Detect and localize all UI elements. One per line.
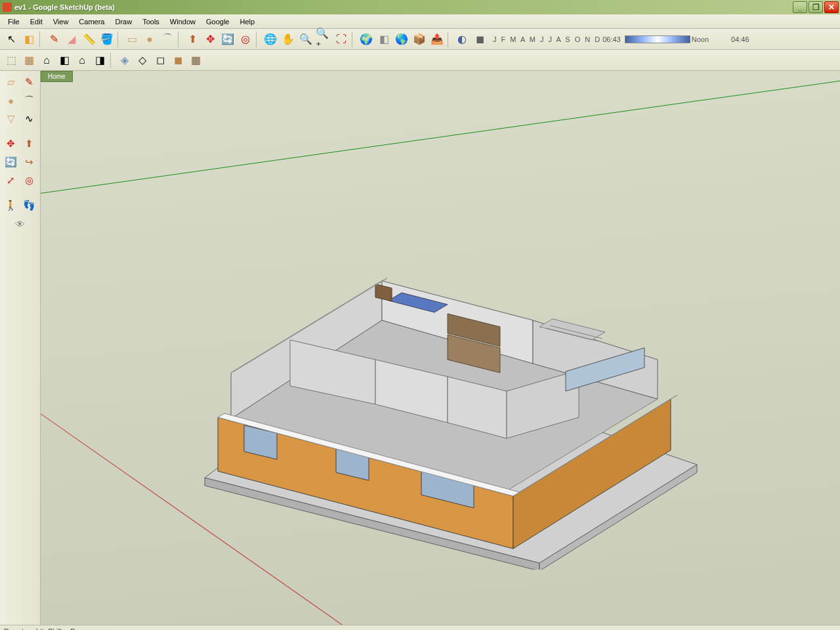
toggle-terrain-icon[interactable]: ◧	[375, 31, 392, 48]
tape-measure-icon[interactable]: 📏	[81, 31, 98, 48]
rectangle-tool-icon[interactable]: ▭	[123, 31, 140, 48]
green-axis	[41, 74, 840, 203]
pushpull-side-icon[interactable]: ⬆	[21, 135, 38, 152]
menu-edit[interactable]: Edit	[25, 16, 48, 27]
pan-tool-icon[interactable]: ✋	[280, 31, 297, 48]
menu-bar: File Edit View Camera Draw Tools Window …	[0, 14, 840, 29]
scale-side-icon[interactable]: ⤢	[3, 172, 20, 189]
share-model-icon[interactable]: 📤	[429, 31, 446, 48]
look-around-side-icon[interactable]: 👁	[12, 215, 29, 232]
noon-label: Noon	[692, 35, 709, 43]
shadow-settings-icon[interactable]: ◼	[471, 31, 488, 48]
titlebar: ev1 - Google SketchUp (beta) _ ❐ ✕	[0, 0, 840, 14]
orbit-tool-icon[interactable]: 🌐	[262, 31, 279, 48]
toolbar-row-2: ⬚ ▦ ⌂ ◧ ⌂ ◨ ◈ ◇ ◻ ◼ ▦	[0, 50, 840, 71]
menu-camera[interactable]: Camera	[74, 16, 110, 27]
freehand-side-icon[interactable]: ∿	[21, 110, 38, 127]
paint-bucket-icon[interactable]: 🪣	[98, 31, 116, 48]
move-side-icon[interactable]: ✥	[3, 135, 20, 152]
footprints-side-icon[interactable]: 👣	[21, 197, 38, 214]
circle-side-icon[interactable]: ●	[3, 92, 20, 109]
menu-help[interactable]: Help	[234, 16, 260, 27]
rectangle-side-icon[interactable]: ▱	[3, 74, 20, 91]
place-model-icon[interactable]: 🌎	[393, 31, 410, 48]
eraser-tool-icon[interactable]: ◢	[63, 31, 80, 48]
menu-file[interactable]: File	[3, 16, 25, 27]
shadow-gauge: J F M A M J J A S O N D 06:43 Noon 04:46	[493, 35, 749, 43]
app-icon	[3, 3, 12, 12]
followme-side-icon[interactable]: ↪	[21, 154, 38, 171]
rotate-side-icon[interactable]: 🔄	[3, 154, 20, 171]
offset-tool-icon[interactable]: ◎	[237, 31, 254, 48]
minimize-button[interactable]: _	[793, 1, 807, 13]
shaded-textures-style-icon[interactable]: ▦	[187, 52, 204, 69]
iso-view-icon[interactable]: ⬚	[3, 52, 20, 69]
offset-side-icon[interactable]: ◎	[21, 172, 38, 189]
time-of-day-slider[interactable]	[625, 35, 690, 43]
left-view-icon[interactable]: ◨	[91, 52, 108, 69]
line-tool-icon[interactable]: ✎	[45, 31, 62, 48]
xray-style-icon[interactable]: ◈	[116, 52, 133, 69]
menu-draw[interactable]: Draw	[110, 16, 137, 27]
get-models-icon[interactable]: 📦	[411, 31, 428, 48]
menu-google[interactable]: Google	[201, 16, 234, 27]
back-view-icon[interactable]: ⌂	[74, 52, 91, 69]
make-component-icon[interactable]: ◧	[20, 31, 37, 48]
time-end: 04:46	[731, 35, 749, 43]
top-view-icon[interactable]: ▦	[20, 52, 37, 69]
right-view-icon[interactable]: ◧	[56, 52, 73, 69]
rotate-tool-icon[interactable]: 🔄	[219, 31, 236, 48]
3d-viewport[interactable]: Home	[41, 71, 840, 625]
polygon-side-icon[interactable]: ▽	[3, 110, 20, 127]
get-current-view-icon[interactable]: 🌍	[358, 31, 375, 48]
zoom-window-icon[interactable]: 🔍⁺	[315, 31, 332, 48]
menu-tools[interactable]: Tools	[137, 16, 165, 27]
menu-view[interactable]: View	[48, 16, 74, 27]
maximize-button[interactable]: ❐	[808, 1, 823, 13]
shaded-style-icon[interactable]: ◼	[169, 52, 186, 69]
line-side-icon[interactable]: ✎	[21, 74, 38, 91]
shadow-toggle-icon[interactable]: ◐	[453, 31, 471, 48]
circle-tool-icon[interactable]: ●	[141, 31, 158, 48]
close-button[interactable]: ✕	[824, 1, 839, 13]
status-text: Drag to orbit. Shift = Pan	[4, 627, 83, 631]
wireframe-style-icon[interactable]: ◇	[134, 52, 151, 69]
zoom-tool-icon[interactable]: 🔍	[297, 31, 314, 48]
front-view-icon[interactable]: ⌂	[38, 52, 55, 69]
zoom-extents-icon[interactable]: ⛶	[333, 31, 350, 48]
push-pull-icon[interactable]: ⬆	[184, 31, 201, 48]
time-start: 06:43	[602, 35, 621, 43]
arc-tool-icon[interactable]: ⌒	[159, 31, 176, 48]
house-model	[172, 202, 710, 570]
window-title: ev1 - Google SketchUp (beta)	[14, 3, 791, 11]
scene-tab-home[interactable]: Home	[41, 71, 73, 82]
arc-side-icon[interactable]: ⌒	[21, 92, 38, 109]
menu-window[interactable]: Window	[165, 16, 201, 27]
walk-side-icon[interactable]: 🚶	[3, 197, 20, 214]
toolbar-row-1: ↖ ◧ ✎ ◢ 📏 🪣 ▭ ● ⌒ ⬆ ✥ 🔄 ◎ 🌐 ✋ 🔍 🔍⁺ ⛶ 🌍 ◧…	[0, 29, 840, 50]
month-scale: J F M A M J J A S O N D	[493, 35, 601, 43]
drawing-toolbar: ▱✎ ●⌒ ▽∿ ✥⬆ 🔄↪ ⤢◎ 🚶👣 👁	[0, 71, 41, 625]
select-tool-icon[interactable]: ↖	[3, 31, 20, 48]
move-tool-icon[interactable]: ✥	[201, 31, 219, 48]
hidden-line-style-icon[interactable]: ◻	[152, 52, 169, 69]
status-bar: Drag to orbit. Shift = Pan	[0, 625, 840, 630]
